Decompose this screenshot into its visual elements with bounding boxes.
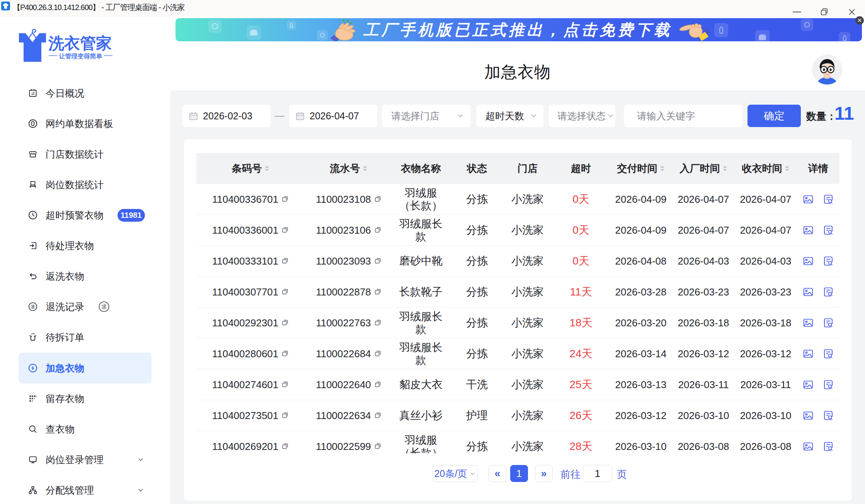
svg-text:退: 退 [101, 304, 107, 310]
svg-text:退: 退 [31, 304, 35, 309]
